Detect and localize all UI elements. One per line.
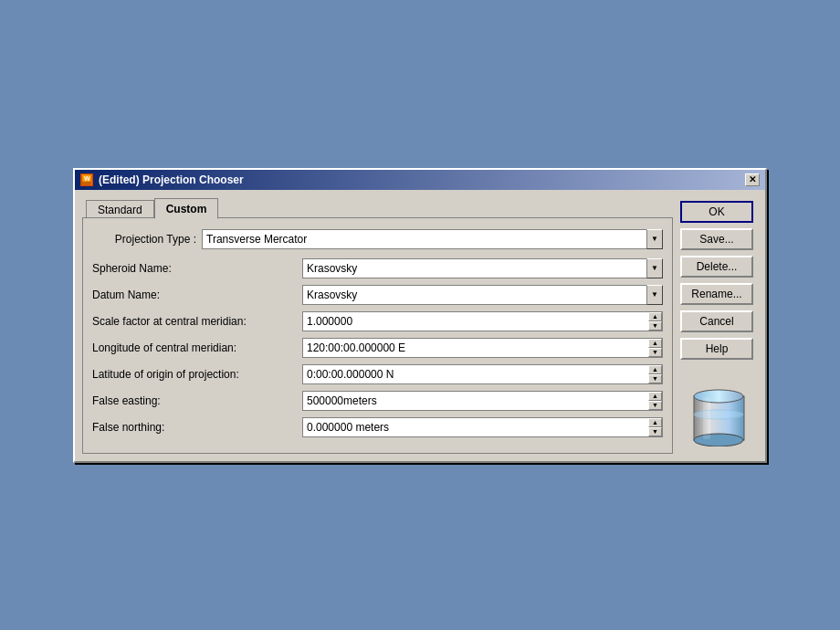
false-northing-label: False northing: [92, 421, 302, 434]
latitude-input-group: ▲ ▼ [302, 364, 663, 384]
scale-spinner: ▲ ▼ [648, 311, 663, 331]
latitude-spinner: ▲ ▼ [648, 364, 663, 384]
main-window: W (Edited) Projection Chooser ✕ Standard… [73, 168, 767, 463]
svg-rect-7 [703, 397, 710, 439]
spheroid-select[interactable]: Krasovsky [302, 258, 663, 278]
datum-label: Datum Name: [92, 289, 302, 301]
false-easting-spinner-up[interactable]: ▲ [648, 392, 662, 401]
scale-input-group: ▲ ▼ [302, 311, 663, 331]
save-button[interactable]: Save... [680, 228, 753, 250]
app-icon: W [80, 173, 93, 186]
tab-custom[interactable]: Custom [154, 198, 219, 219]
projection-type-row: Projection Type : Transverse Mercator ▼ [92, 229, 663, 249]
tab-content: Projection Type : Transverse Mercator ▼ … [82, 217, 673, 454]
longitude-input[interactable] [302, 338, 648, 358]
longitude-row: Longitude of central meridian: ▲ ▼ [92, 338, 663, 358]
main-area: Standard Custom Projection Type : Transv… [82, 197, 673, 454]
longitude-spinner-up[interactable]: ▲ [648, 339, 662, 348]
spheroid-label: Spheroid Name: [92, 262, 302, 275]
false-easting-input-group: ▲ ▼ [302, 391, 663, 411]
scale-spinner-up[interactable]: ▲ [648, 312, 662, 321]
ok-button[interactable]: OK [680, 201, 753, 223]
cancel-button[interactable]: Cancel [680, 310, 753, 332]
tab-bar: Standard Custom [82, 197, 673, 218]
rename-button[interactable]: Rename... [680, 283, 753, 305]
false-easting-label: False easting: [92, 394, 302, 407]
scale-input[interactable] [302, 311, 648, 331]
latitude-input[interactable] [302, 364, 648, 384]
cylinder-area [680, 360, 758, 454]
help-button[interactable]: Help [680, 338, 753, 360]
svg-point-5 [694, 390, 743, 403]
datum-select-wrapper: Krasovsky ▼ [302, 285, 663, 305]
false-easting-row: False easting: ▲ ▼ [92, 391, 663, 411]
action-buttons: OK Save... Delete... Rename... Cancel He… [680, 197, 753, 360]
false-easting-spinner: ▲ ▼ [648, 391, 663, 411]
latitude-row: Latitude of origin of projection: ▲ ▼ [92, 364, 663, 384]
false-easting-input[interactable] [302, 391, 648, 411]
false-northing-input-group: ▲ ▼ [302, 417, 663, 437]
scale-spinner-down[interactable]: ▼ [648, 321, 662, 331]
false-easting-spinner-down[interactable]: ▼ [648, 401, 662, 410]
delete-button[interactable]: Delete... [680, 256, 753, 278]
false-northing-spinner-up[interactable]: ▲ [648, 418, 662, 427]
false-northing-spinner-down[interactable]: ▼ [648, 427, 662, 436]
latitude-spinner-up[interactable]: ▲ [648, 365, 662, 374]
title-bar: W (Edited) Projection Chooser ✕ [75, 170, 765, 190]
scale-row: Scale factor at central meridian: ▲ ▼ [92, 311, 663, 331]
tab-standard[interactable]: Standard [86, 200, 154, 219]
sidebar: OK Save... Delete... Rename... Cancel He… [680, 197, 758, 454]
spheroid-select-wrapper: Krasovsky ▼ [302, 258, 663, 278]
longitude-spinner: ▲ ▼ [648, 338, 663, 358]
datum-select[interactable]: Krasovsky [302, 285, 663, 305]
close-button[interactable]: ✕ [745, 173, 760, 186]
longitude-input-group: ▲ ▼ [302, 338, 663, 358]
svg-text:W: W [84, 175, 90, 182]
false-northing-input[interactable] [302, 417, 648, 437]
false-northing-spinner: ▲ ▼ [648, 417, 663, 437]
latitude-label: Latitude of origin of projection: [92, 368, 302, 381]
svg-point-6 [694, 410, 743, 419]
projection-type-label: Projection Type : [92, 233, 202, 246]
spheroid-row: Spheroid Name: Krasovsky ▼ [92, 258, 663, 278]
title-bar-left: W (Edited) Projection Chooser [80, 173, 244, 186]
projection-type-select-wrapper: Transverse Mercator ▼ [202, 229, 663, 249]
datum-row: Datum Name: Krasovsky ▼ [92, 285, 663, 305]
longitude-label: Longitude of central meridian: [92, 341, 302, 354]
projection-type-select[interactable]: Transverse Mercator [202, 229, 663, 249]
scale-label: Scale factor at central meridian: [92, 315, 302, 328]
longitude-spinner-down[interactable]: ▼ [648, 348, 662, 357]
window-title: (Edited) Projection Chooser [99, 173, 244, 186]
window-body: Standard Custom Projection Type : Transv… [75, 190, 765, 461]
svg-point-4 [694, 434, 743, 446]
false-northing-row: False northing: ▲ ▼ [92, 417, 663, 437]
latitude-spinner-down[interactable]: ▼ [648, 374, 662, 383]
cylinder-icon [688, 383, 751, 446]
